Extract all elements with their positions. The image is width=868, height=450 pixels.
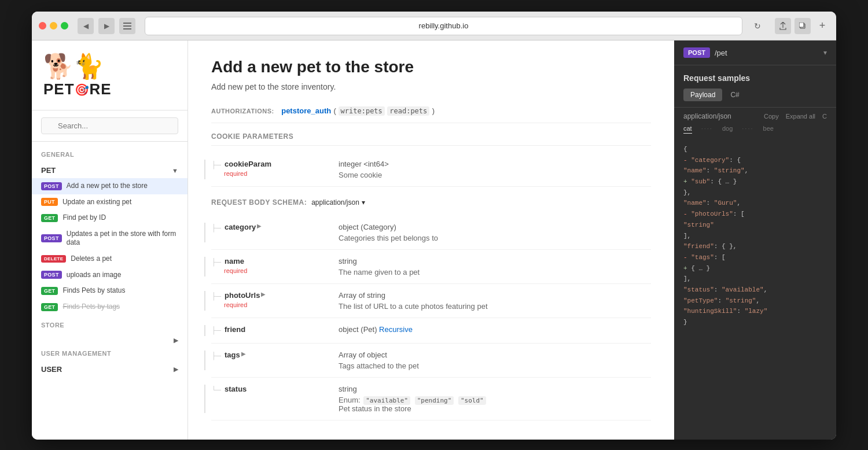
field-type-status: string: [339, 385, 651, 393]
target-store-icon: 🎯: [75, 83, 90, 97]
code-block: { - "category": { "name": "string", + "s…: [674, 138, 836, 440]
sub-tab-bee[interactable]: bee: [763, 125, 774, 134]
nav-item-find-status[interactable]: GET Finds Pets by status: [32, 283, 187, 299]
general-section: GENERAL PET ▼ POST Add a new pet to the …: [32, 142, 187, 384]
store-group-header[interactable]: ▶: [32, 333, 187, 348]
nav-label-upload-image: uploads an image: [67, 271, 122, 280]
maximize-button[interactable]: [61, 22, 68, 29]
traffic-lights: [39, 22, 68, 29]
browser-content: 🐕🐈 PET 🎯 RE 🔍 GENERAL PET: [32, 40, 836, 440]
field-tags: ├─ tags ▶ Array of object Tags attached …: [211, 344, 651, 378]
cookie-param-name: cookieParam: [225, 160, 271, 168]
search-input[interactable]: [41, 117, 178, 134]
code-line-3: "name": "string",: [683, 165, 827, 176]
user-management-title: USER MANAGEMENT: [32, 348, 187, 362]
cookie-param-value: Some cookie: [339, 171, 651, 179]
reload-button[interactable]: ↻: [749, 18, 766, 34]
pet-group-header[interactable]: PET ▼: [32, 163, 187, 178]
cookie-params-section: COOKIE PARAMETERS ├─ cookieParam require…: [211, 132, 651, 187]
copy-action[interactable]: Copy: [764, 113, 779, 120]
new-tab-button[interactable]: +: [815, 19, 829, 33]
close-button[interactable]: [39, 22, 46, 29]
schema-dropdown[interactable]: application/json ▾: [311, 198, 365, 206]
put-badge: PUT: [41, 198, 58, 206]
svg-rect-1: [123, 25, 131, 27]
expand-icon-photo[interactable]: ▶: [261, 291, 266, 297]
address-bar[interactable]: rebilly.github.io: [145, 17, 742, 35]
field-photo-urls: ├─ photoUrls ▶ required Array of string …: [211, 284, 651, 318]
code-format-label: application/json: [683, 112, 731, 120]
cookie-param-row: ├─ cookieParam required integer <int64> …: [211, 153, 651, 187]
schema-dropdown-arrow: ▾: [362, 198, 365, 206]
sidebar-toggle-button[interactable]: [119, 18, 135, 34]
sub-tab-dog-dots: ····: [742, 125, 753, 134]
sub-tab-dog[interactable]: dog: [722, 125, 733, 134]
duplicate-button[interactable]: [795, 18, 811, 34]
field-friend: ├─ friend object (Pet) Recursive: [211, 318, 651, 344]
tree-line: ├─: [211, 223, 221, 232]
browser-toolbar: ◀ ▶ rebilly.github.io ↻ +: [32, 12, 836, 40]
code-line-7: - "photoUrls": [: [683, 209, 827, 220]
url-text: rebilly.github.io: [419, 21, 469, 30]
cookie-param-right: integer <int64> Some cookie: [339, 160, 651, 179]
logo-store-part: RE: [90, 80, 112, 98]
nav-item-find-tags[interactable]: GET Finds Pets by tags: [32, 299, 187, 315]
tree-line-4: ├─: [211, 325, 221, 334]
back-button[interactable]: ◀: [78, 18, 94, 34]
auth-link[interactable]: petstore_auth: [281, 106, 331, 115]
enum-val-available: "available": [363, 396, 410, 405]
forward-button[interactable]: ▶: [98, 18, 115, 34]
nav-item-add-pet[interactable]: POST Add a new pet to the store: [32, 178, 187, 194]
field-name-tags: tags: [225, 351, 240, 359]
nav-item-update-pet[interactable]: PUT Update an existing pet: [32, 194, 187, 211]
pet-group-chevron: ▼: [172, 167, 178, 174]
logo-animals-icon: 🐕🐈: [43, 52, 104, 80]
expand-icon-category[interactable]: ▶: [257, 223, 262, 229]
sub-tab-cat[interactable]: cat: [683, 125, 692, 134]
cookie-params-title: COOKIE PARAMETERS: [211, 132, 651, 146]
tree-connector: ├─: [211, 160, 221, 169]
field-category-right: object (Category) Categories this pet be…: [339, 223, 651, 242]
schema-value: application/json: [311, 198, 359, 206]
expand-icon-tags[interactable]: ▶: [241, 351, 246, 357]
user-group-header[interactable]: USER ▶: [32, 362, 187, 377]
svg-rect-0: [123, 23, 131, 24]
nav-label-update-form: Updates a pet in the store with form dat…: [67, 230, 178, 248]
code-line-10: "friend": { },: [683, 241, 827, 252]
nav-item-update-form[interactable]: POST Updates a pet in the store with for…: [32, 226, 187, 251]
field-type-name: string: [339, 257, 651, 265]
endpoint-chevron[interactable]: ▾: [823, 49, 827, 57]
share-button[interactable]: [775, 18, 791, 34]
field-type-tags: Array of object: [339, 351, 651, 359]
field-tags-right: Array of object Tags attached to the pet: [339, 351, 651, 370]
minimize-button[interactable]: [50, 22, 57, 29]
sub-tab-cat-dots: ····: [701, 125, 713, 134]
collapse-action[interactable]: C: [822, 113, 827, 120]
search-wrapper: 🔍: [41, 117, 178, 134]
tree-line-3: ├─: [211, 291, 221, 300]
main-content: Add a new pet to the store Add new pet t…: [188, 40, 674, 440]
logo-text: PET 🎯 RE: [43, 80, 176, 98]
code-line-14: "status": "available",: [683, 285, 827, 296]
field-status: └─ status string Enum: "available" "pend…: [211, 378, 651, 421]
endpoint-method-badge: POST: [683, 47, 710, 58]
search-area: 🔍: [32, 110, 187, 142]
store-section-title: STORE: [32, 319, 187, 333]
sub-tabs: cat ···· dog ···· bee: [674, 125, 836, 138]
tree-line-2: ├─: [211, 257, 221, 266]
expand-all-action[interactable]: Expand all: [786, 113, 815, 120]
nav-label-find-pet: Find pet by ID: [62, 213, 106, 223]
nav-item-delete-pet[interactable]: DELETE Deletes a pet: [32, 251, 187, 267]
nav-item-upload-image[interactable]: POST uploads an image: [32, 267, 187, 283]
browser-window: ◀ ▶ rebilly.github.io ↻ +: [32, 12, 836, 440]
field-desc-status: Pet status in the store: [339, 404, 651, 413]
tab-payload[interactable]: Payload: [683, 88, 722, 101]
svg-rect-4: [799, 23, 804, 27]
delete-badge: DELETE: [41, 255, 66, 263]
tab-csharp[interactable]: C#: [723, 88, 746, 101]
recursive-link[interactable]: Recursive: [379, 325, 413, 334]
request-body-label: REQUEST BODY SCHEMA:: [211, 198, 307, 206]
code-line-8: "string": [683, 220, 827, 231]
field-required-photo-urls: required: [224, 301, 327, 308]
nav-item-find-pet[interactable]: GET Find pet by ID: [32, 210, 187, 226]
